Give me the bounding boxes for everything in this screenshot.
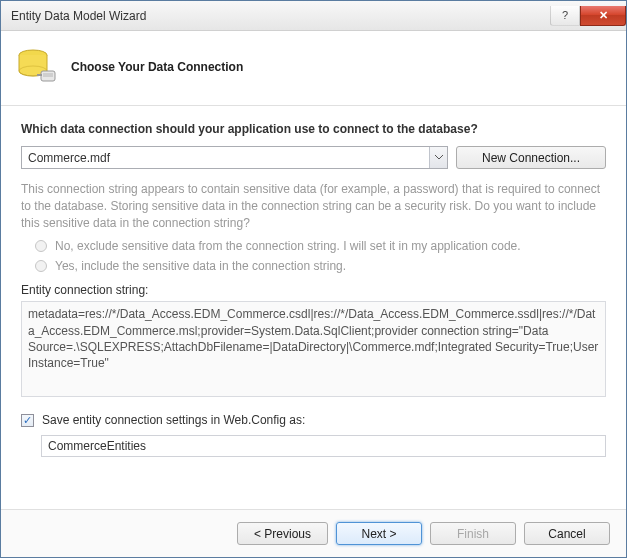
save-checkbox[interactable]: ✓: [21, 414, 34, 427]
wizard-footer: < Previous Next > Finish Cancel: [1, 509, 626, 557]
conn-string-textarea[interactable]: metadata=res://*/Data_Access.EDM_Commerc…: [21, 301, 606, 397]
radio-exclude-label: No, exclude sensitive data from the conn…: [55, 239, 521, 253]
new-connection-button[interactable]: New Connection...: [456, 146, 606, 169]
wizard-header: Choose Your Data Connection: [1, 31, 626, 106]
radio-icon: [35, 240, 47, 252]
close-button[interactable]: ✕: [580, 6, 626, 26]
conn-string-label: Entity connection string:: [21, 283, 606, 297]
question-label: Which data connection should your applic…: [21, 122, 606, 136]
radio-include-label: Yes, include the sensitive data in the c…: [55, 259, 346, 273]
save-name-value: CommerceEntities: [48, 439, 146, 453]
cancel-button[interactable]: Cancel: [524, 522, 610, 545]
wizard-body: Which data connection should your applic…: [1, 106, 626, 509]
save-checkbox-label: Save entity connection settings in Web.C…: [42, 413, 305, 427]
radio-exclude-sensitive: No, exclude sensitive data from the conn…: [35, 239, 606, 253]
connection-selected: Commerce.mdf: [28, 151, 110, 165]
previous-button[interactable]: < Previous: [237, 522, 328, 545]
radio-icon: [35, 260, 47, 272]
help-button[interactable]: ?: [550, 6, 580, 26]
next-button[interactable]: Next >: [336, 522, 422, 545]
header-title: Choose Your Data Connection: [71, 60, 243, 74]
chevron-down-icon: [429, 147, 447, 168]
save-name-input[interactable]: CommerceEntities: [41, 435, 606, 457]
connection-dropdown[interactable]: Commerce.mdf: [21, 146, 448, 169]
database-icon: [15, 45, 59, 89]
window-title: Entity Data Model Wizard: [11, 9, 550, 23]
radio-include-sensitive: Yes, include the sensitive data in the c…: [35, 259, 606, 273]
finish-button: Finish: [430, 522, 516, 545]
title-bar: Entity Data Model Wizard ? ✕: [1, 1, 626, 31]
sensitive-info-text: This connection string appears to contai…: [21, 181, 606, 231]
svg-rect-3: [43, 73, 53, 77]
